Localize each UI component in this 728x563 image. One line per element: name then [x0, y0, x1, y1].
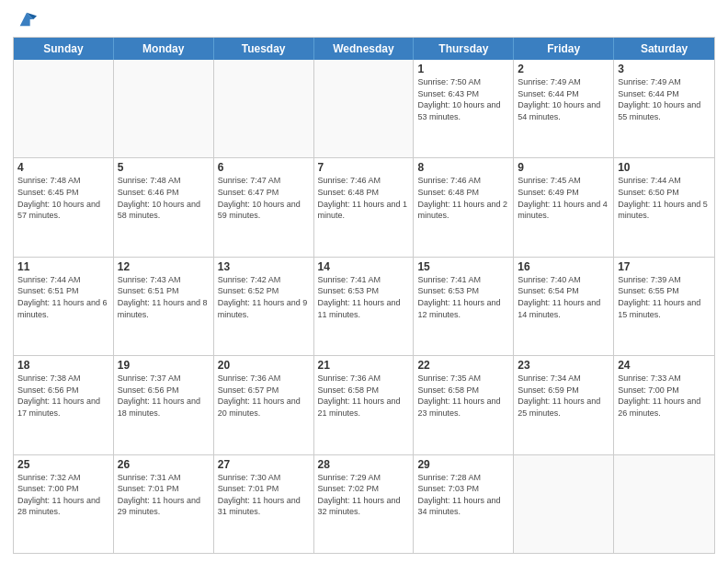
- day-info: Sunrise: 7:45 AM Sunset: 6:49 PM Dayligh…: [518, 175, 609, 221]
- day-info: Sunrise: 7:41 AM Sunset: 6:53 PM Dayligh…: [417, 274, 509, 320]
- calendar-cell: 16Sunrise: 7:40 AM Sunset: 6:54 PM Dayli…: [514, 258, 614, 355]
- day-number: 29: [417, 458, 509, 471]
- calendar-row-4: 25Sunrise: 7:32 AM Sunset: 7:00 PM Dayli…: [14, 454, 714, 553]
- header: [13, 9, 715, 29]
- calendar-cell: 6Sunrise: 7:47 AM Sunset: 6:47 PM Daylig…: [214, 158, 314, 256]
- day-number: 21: [318, 359, 410, 372]
- calendar-cell: 7Sunrise: 7:46 AM Sunset: 6:48 PM Daylig…: [314, 158, 415, 256]
- day-info: Sunrise: 7:50 AM Sunset: 6:43 PM Dayligh…: [417, 76, 509, 122]
- calendar-row-0: 1Sunrise: 7:50 AM Sunset: 6:43 PM Daylig…: [14, 60, 714, 157]
- day-number: 20: [218, 359, 310, 372]
- day-number: 27: [218, 458, 310, 471]
- day-info: Sunrise: 7:33 AM Sunset: 7:00 PM Dayligh…: [618, 373, 711, 419]
- day-number: 14: [318, 260, 410, 273]
- day-number: 17: [618, 260, 711, 273]
- day-number: 16: [518, 260, 609, 273]
- day-info: Sunrise: 7:46 AM Sunset: 6:48 PM Dayligh…: [318, 175, 410, 221]
- calendar-cell: [14, 60, 114, 157]
- day-info: Sunrise: 7:35 AM Sunset: 6:58 PM Dayligh…: [417, 373, 509, 419]
- calendar-cell: 11Sunrise: 7:44 AM Sunset: 6:51 PM Dayli…: [14, 258, 114, 355]
- weekday-header-sunday: Sunday: [14, 38, 114, 60]
- day-number: 22: [417, 359, 509, 372]
- day-number: 5: [118, 161, 210, 174]
- day-info: Sunrise: 7:43 AM Sunset: 6:51 PM Dayligh…: [118, 274, 210, 320]
- day-number: 15: [417, 260, 509, 273]
- calendar-cell: 15Sunrise: 7:41 AM Sunset: 6:53 PM Dayli…: [414, 258, 514, 355]
- calendar-cell: 14Sunrise: 7:41 AM Sunset: 6:53 PM Dayli…: [314, 258, 415, 355]
- day-number: 26: [118, 458, 210, 471]
- calendar-row-2: 11Sunrise: 7:44 AM Sunset: 6:51 PM Dayli…: [14, 257, 714, 355]
- day-info: Sunrise: 7:29 AM Sunset: 7:02 PM Dayligh…: [318, 472, 410, 518]
- day-info: Sunrise: 7:36 AM Sunset: 6:58 PM Dayligh…: [318, 373, 410, 419]
- day-number: 28: [318, 458, 410, 471]
- calendar-cell: 12Sunrise: 7:43 AM Sunset: 6:51 PM Dayli…: [114, 258, 214, 355]
- calendar-cell: 23Sunrise: 7:34 AM Sunset: 6:59 PM Dayli…: [514, 356, 614, 454]
- calendar-cell: [614, 455, 714, 553]
- day-info: Sunrise: 7:31 AM Sunset: 7:01 PM Dayligh…: [118, 472, 210, 518]
- day-number: 3: [618, 63, 711, 75]
- day-number: 2: [518, 63, 609, 75]
- day-number: 8: [417, 161, 509, 174]
- day-number: 19: [118, 359, 210, 372]
- calendar-cell: [214, 60, 314, 157]
- calendar-cell: 2Sunrise: 7:49 AM Sunset: 6:44 PM Daylig…: [514, 60, 614, 157]
- day-number: 18: [17, 359, 109, 372]
- day-info: Sunrise: 7:48 AM Sunset: 6:45 PM Dayligh…: [17, 175, 109, 221]
- day-info: Sunrise: 7:34 AM Sunset: 6:59 PM Dayligh…: [518, 373, 609, 419]
- calendar-cell: [514, 455, 614, 553]
- calendar-cell: 4Sunrise: 7:48 AM Sunset: 6:45 PM Daylig…: [14, 158, 114, 256]
- day-info: Sunrise: 7:38 AM Sunset: 6:56 PM Dayligh…: [17, 373, 109, 419]
- calendar-cell: 26Sunrise: 7:31 AM Sunset: 7:01 PM Dayli…: [114, 455, 214, 553]
- calendar-cell: 29Sunrise: 7:28 AM Sunset: 7:03 PM Dayli…: [414, 455, 514, 553]
- day-number: 23: [518, 359, 609, 372]
- calendar-header: SundayMondayTuesdayWednesdayThursdayFrid…: [14, 38, 714, 60]
- day-info: Sunrise: 7:48 AM Sunset: 6:46 PM Dayligh…: [118, 175, 210, 221]
- day-number: 10: [618, 161, 711, 174]
- calendar-row-1: 4Sunrise: 7:48 AM Sunset: 6:45 PM Daylig…: [14, 157, 714, 256]
- logo: [13, 9, 37, 29]
- calendar-cell: 25Sunrise: 7:32 AM Sunset: 7:00 PM Dayli…: [14, 455, 114, 553]
- calendar-cell: 9Sunrise: 7:45 AM Sunset: 6:49 PM Daylig…: [514, 158, 614, 256]
- day-info: Sunrise: 7:44 AM Sunset: 6:51 PM Dayligh…: [17, 274, 109, 320]
- day-number: 13: [218, 260, 310, 273]
- weekday-header-friday: Friday: [514, 38, 614, 60]
- calendar-cell: 3Sunrise: 7:49 AM Sunset: 6:44 PM Daylig…: [614, 60, 714, 157]
- day-number: 1: [417, 63, 509, 75]
- day-info: Sunrise: 7:46 AM Sunset: 6:48 PM Dayligh…: [417, 175, 509, 221]
- day-info: Sunrise: 7:49 AM Sunset: 6:44 PM Dayligh…: [618, 76, 711, 122]
- calendar-cell: 18Sunrise: 7:38 AM Sunset: 6:56 PM Dayli…: [14, 356, 114, 454]
- day-number: 7: [318, 161, 410, 174]
- day-number: 12: [118, 260, 210, 273]
- day-number: 11: [17, 260, 109, 273]
- weekday-header-thursday: Thursday: [414, 38, 514, 60]
- calendar-cell: 24Sunrise: 7:33 AM Sunset: 7:00 PM Dayli…: [614, 356, 714, 454]
- calendar-cell: 10Sunrise: 7:44 AM Sunset: 6:50 PM Dayli…: [614, 158, 714, 256]
- day-info: Sunrise: 7:36 AM Sunset: 6:57 PM Dayligh…: [218, 373, 310, 419]
- day-number: 25: [17, 458, 109, 471]
- weekday-header-tuesday: Tuesday: [214, 38, 314, 60]
- calendar-cell: 28Sunrise: 7:29 AM Sunset: 7:02 PM Dayli…: [314, 455, 415, 553]
- calendar-cell: 22Sunrise: 7:35 AM Sunset: 6:58 PM Dayli…: [414, 356, 514, 454]
- day-info: Sunrise: 7:30 AM Sunset: 7:01 PM Dayligh…: [218, 472, 310, 518]
- calendar: SundayMondayTuesdayWednesdayThursdayFrid…: [13, 37, 715, 554]
- page: SundayMondayTuesdayWednesdayThursdayFrid…: [0, 0, 728, 563]
- day-info: Sunrise: 7:28 AM Sunset: 7:03 PM Dayligh…: [417, 472, 509, 518]
- calendar-body: 1Sunrise: 7:50 AM Sunset: 6:43 PM Daylig…: [14, 60, 714, 553]
- day-info: Sunrise: 7:41 AM Sunset: 6:53 PM Dayligh…: [318, 274, 410, 320]
- calendar-cell: 1Sunrise: 7:50 AM Sunset: 6:43 PM Daylig…: [414, 60, 514, 157]
- calendar-cell: 13Sunrise: 7:42 AM Sunset: 6:52 PM Dayli…: [214, 258, 314, 355]
- calendar-cell: [114, 60, 214, 157]
- calendar-cell: 17Sunrise: 7:39 AM Sunset: 6:55 PM Dayli…: [614, 258, 714, 355]
- weekday-header-monday: Monday: [114, 38, 214, 60]
- calendar-cell: 20Sunrise: 7:36 AM Sunset: 6:57 PM Dayli…: [214, 356, 314, 454]
- calendar-cell: 21Sunrise: 7:36 AM Sunset: 6:58 PM Dayli…: [314, 356, 415, 454]
- calendar-row-3: 18Sunrise: 7:38 AM Sunset: 6:56 PM Dayli…: [14, 355, 714, 454]
- calendar-cell: 8Sunrise: 7:46 AM Sunset: 6:48 PM Daylig…: [414, 158, 514, 256]
- day-info: Sunrise: 7:37 AM Sunset: 6:56 PM Dayligh…: [118, 373, 210, 419]
- weekday-header-wednesday: Wednesday: [314, 38, 415, 60]
- day-info: Sunrise: 7:49 AM Sunset: 6:44 PM Dayligh…: [518, 76, 609, 122]
- day-info: Sunrise: 7:39 AM Sunset: 6:55 PM Dayligh…: [618, 274, 711, 320]
- day-number: 6: [218, 161, 310, 174]
- calendar-cell: 5Sunrise: 7:48 AM Sunset: 6:46 PM Daylig…: [114, 158, 214, 256]
- calendar-cell: 19Sunrise: 7:37 AM Sunset: 6:56 PM Dayli…: [114, 356, 214, 454]
